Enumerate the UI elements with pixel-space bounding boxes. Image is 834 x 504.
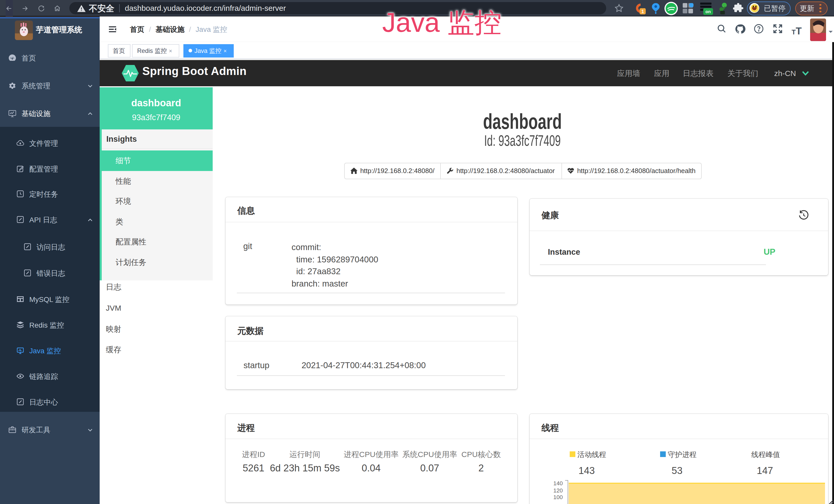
svg-text:on: on bbox=[706, 9, 711, 14]
svg-text:1: 1 bbox=[641, 9, 644, 14]
